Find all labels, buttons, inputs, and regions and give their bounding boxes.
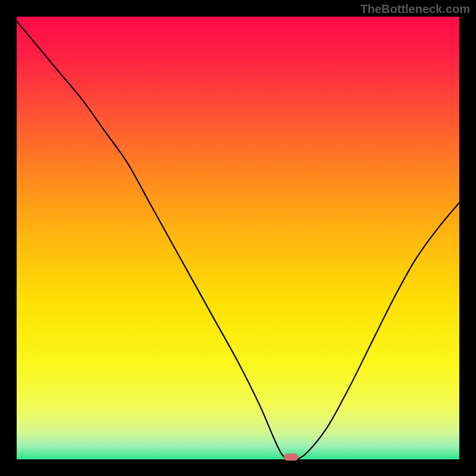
chart-container: TheBottleneck.com [0, 0, 476, 476]
plot-area [17, 17, 459, 459]
bottleneck-chart [0, 0, 476, 476]
optimal-marker [284, 453, 299, 461]
watermark-text: TheBottleneck.com [361, 2, 470, 16]
